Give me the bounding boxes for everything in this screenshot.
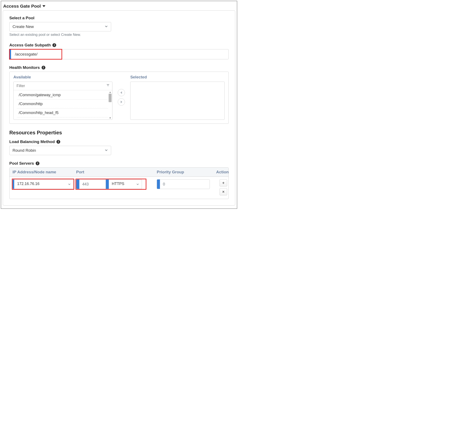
col-port: Port	[75, 170, 147, 174]
health-monitors-label: Health Monitors i	[9, 65, 229, 70]
info-icon[interactable]: i	[42, 66, 45, 70]
chevron-down-icon	[134, 179, 142, 189]
col-action: Action	[215, 170, 229, 174]
chevron-down-icon	[65, 179, 74, 189]
subpath-label: Access Gate Subpath i	[9, 43, 229, 47]
cell-port: HTTPS	[75, 179, 147, 189]
health-monitors-panel: Available /Common/gateway_icmp /Common/h…	[9, 72, 229, 124]
select-pool-label: Select a Pool	[9, 16, 229, 20]
lbm-dropdown[interactable]: Round Robin	[9, 146, 111, 155]
col-ip: IP Address/Node name	[11, 170, 75, 174]
port-combo: HTTPS	[76, 179, 146, 189]
select-pool-group: Select a Pool Create New Select an exist…	[9, 16, 229, 37]
highlight-ip: 172.16.76.16	[12, 179, 74, 189]
add-row-button[interactable]: +	[220, 179, 227, 187]
list-item[interactable]: /Common/http	[17, 100, 108, 109]
port-protocol-select[interactable]: HTTPS	[106, 179, 142, 189]
highlight-port: HTTPS	[76, 179, 146, 189]
available-listbox: /Common/gateway_icmp /Common/http /Commo…	[13, 82, 113, 120]
resources-heading: Resources Properties	[9, 130, 229, 136]
pool-server-row: 172.16.76.16	[10, 177, 228, 199]
select-pool-dropdown[interactable]: Create New	[9, 22, 111, 31]
pool-servers-header-row: IP Address/Node name Port Priority Group…	[10, 168, 228, 177]
selected-column: Selected	[130, 75, 225, 120]
info-icon[interactable]: i	[36, 161, 40, 165]
selected-listbox[interactable]	[130, 82, 225, 120]
triangle-left-icon	[120, 91, 123, 94]
section-title-text: Access Gate Pool	[3, 4, 41, 9]
list-item[interactable]: /Common/gateway_icmp	[17, 91, 108, 100]
lbm-group: Load Balancing Method i Round Robin	[9, 139, 229, 155]
pool-servers-group: Pool Servers i IP Address/Node name Port…	[9, 161, 229, 199]
available-header: Available	[13, 75, 113, 79]
port-number-input-wrap	[76, 179, 106, 189]
lbm-label: Load Balancing Method i	[9, 139, 229, 144]
select-pool-label-text: Select a Pool	[9, 16, 34, 20]
section-header[interactable]: Access Gate Pool	[3, 4, 45, 9]
pool-config-panel: Select a Pool Create New Select an exist…	[3, 10, 235, 205]
transfer-buttons	[117, 75, 125, 120]
subpath-group: Access Gate Subpath i	[9, 43, 229, 59]
scroll-down-icon[interactable]: ▼	[109, 117, 111, 119]
available-scrollbar[interactable]: ▲ ▼	[108, 91, 112, 119]
col-priority: Priority Group	[155, 170, 215, 174]
scroll-up-icon[interactable]: ▲	[109, 91, 111, 93]
node-value: 172.16.76.16	[14, 179, 65, 189]
caret-down-icon	[42, 4, 45, 9]
lbm-value: Round Robin	[12, 148, 36, 153]
available-filter-input[interactable]	[16, 83, 106, 88]
chevron-down-icon	[105, 24, 108, 29]
info-icon[interactable]: i	[52, 43, 56, 47]
subpath-input[interactable]	[11, 49, 228, 59]
times-icon: ×	[222, 190, 225, 194]
subpath-input-wrap	[9, 49, 229, 59]
required-stripe	[157, 179, 160, 189]
port-number-input[interactable]	[79, 179, 106, 189]
lbm-label-text: Load Balancing Method	[9, 139, 55, 144]
move-right-button[interactable]	[118, 98, 125, 105]
remove-row-button[interactable]: ×	[220, 188, 227, 195]
select-pool-value: Create New	[12, 24, 34, 29]
priority-input[interactable]	[160, 179, 210, 189]
triangle-right-icon	[120, 101, 123, 103]
info-icon[interactable]: i	[57, 140, 60, 144]
select-pool-helper: Select an existing pool or select Create…	[9, 33, 229, 37]
health-monitors-group: Health Monitors i Available /Comm	[9, 65, 229, 124]
cell-priority	[155, 179, 215, 189]
plus-icon: +	[222, 181, 225, 185]
required-stripe	[106, 179, 109, 189]
pool-servers-table: IP Address/Node name Port Priority Group…	[9, 167, 229, 199]
filter-icon	[106, 84, 110, 88]
list-item[interactable]: /Common/http_head_f5	[17, 109, 108, 117]
chevron-down-icon	[105, 148, 108, 153]
cell-ip: 172.16.76.16	[11, 179, 75, 189]
pool-servers-label: Pool Servers i	[9, 161, 229, 166]
row-action-buttons: + ×	[216, 179, 229, 195]
available-filter-row	[14, 82, 112, 90]
selected-header: Selected	[130, 75, 225, 79]
cell-action: + ×	[215, 179, 229, 195]
subpath-input-container	[9, 49, 229, 59]
subpath-label-text: Access Gate Subpath	[9, 43, 51, 47]
port-protocol-value: HTTPS	[109, 179, 134, 189]
node-select[interactable]: 172.16.76.16	[12, 179, 74, 189]
priority-input-wrap	[157, 179, 210, 189]
scroll-thumb[interactable]	[109, 94, 112, 102]
access-gate-pool-panel: Access Gate Pool Select a Pool Create Ne…	[1, 1, 237, 209]
required-stripe	[13, 179, 14, 189]
move-left-button[interactable]	[118, 89, 125, 96]
pool-servers-label-text: Pool Servers	[9, 161, 34, 166]
required-stripe	[76, 179, 79, 189]
health-monitors-label-text: Health Monitors	[9, 65, 40, 70]
required-stripe	[10, 49, 11, 59]
available-items: /Common/gateway_icmp /Common/http /Commo…	[14, 91, 108, 120]
available-column: Available /Common/gateway_icmp /Common/h…	[13, 75, 113, 120]
